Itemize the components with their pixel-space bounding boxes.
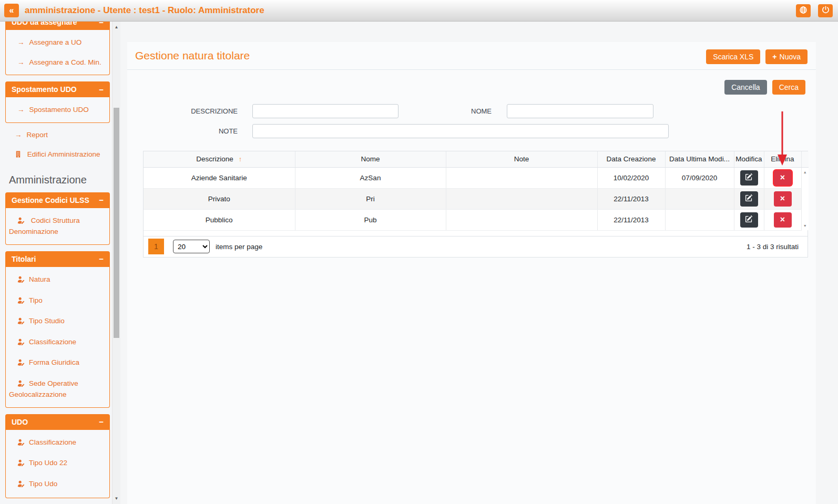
sidebar-item-sede-operative-geolocalizzazione[interactable]: Sede Operative Geolocalizzazione [8,374,107,405]
language-globe-button[interactable] [796,4,811,17]
section-header-udo-da-assegnare[interactable]: UDO da assegnare − [5,22,110,30]
section-header-gestione-codici-ulss[interactable]: Gestione Codici ULSS − [5,192,110,208]
sidebar-item-tipo[interactable]: Tipo [8,291,107,312]
person-edit-icon [17,318,25,326]
cell-nome: Pri [295,188,446,209]
collapse-minus-icon[interactable]: − [99,417,104,426]
person-edit-icon [17,380,25,388]
cell-descrizione: Pubblico [144,209,295,230]
cell-note [446,188,597,209]
modifica-button[interactable] [740,212,758,228]
page-1-button[interactable]: 1 [148,239,164,254]
collapse-minus-icon[interactable]: − [99,85,104,94]
sidebar-group-label: Amministrazione [9,174,110,186]
cell-note [446,209,597,230]
cell-data-creazione: 10/02/2020 [597,167,665,188]
nuova-button[interactable]: +Nuova [765,49,808,64]
column-header-note[interactable]: Note [446,151,597,167]
logout-power-button[interactable] [818,4,833,17]
sidebar-item-label: Classificazione [29,438,76,446]
delete-x-icon: × [780,194,785,203]
column-header-data-creazione[interactable]: Data Creazione [597,151,665,167]
sidebar-section-udo: UDO − Classificazione Tipo Udo 22 Tipo U… [5,414,110,498]
sidebar-item-classificazione[interactable]: Classificazione [8,332,107,353]
collapse-minus-icon[interactable]: − [99,22,104,27]
collapse-minus-icon[interactable]: − [99,254,104,263]
scrollbar-down-icon[interactable]: ▼ [113,496,120,501]
arrow-right-icon: → [17,105,25,115]
sidebar-item-udo-classificazione[interactable]: Classificazione [8,433,107,454]
column-header-descrizione[interactable]: Descrizione↑ [144,151,295,167]
modifica-button[interactable] [740,191,758,207]
table-scrollbar-down-icon[interactable]: ▼ [801,209,809,230]
section-title: Titolari [12,255,36,263]
sidebar-section-titolari: Titolari − Natura Tipo Tipo Studio Class… [5,251,110,408]
note-input[interactable] [252,124,669,138]
sidebar-item-assegnare-a-uo[interactable]: →Assegnare a UO [8,33,107,53]
sidebar-item-label: Assegnare a Cod. Min. [29,58,101,66]
sidebar-collapse-button[interactable]: « [4,4,19,17]
cerca-button[interactable]: Cerca [772,80,805,95]
cell-data-creazione: 22/11/2013 [597,209,665,230]
column-header-label: Descrizione [196,155,233,163]
sidebar-item-assegnare-a-cod-min[interactable]: →Assegnare a Cod. Min. [8,53,107,73]
section-header-udo[interactable]: UDO − [5,414,110,430]
section-title: UDO da assegnare [12,22,77,26]
descrizione-input[interactable] [252,104,398,118]
column-header-data-ultima-modifica[interactable]: Data Ultima Modi... [665,151,734,167]
delete-x-icon: × [780,215,785,224]
cell-note [446,167,597,188]
cancella-button[interactable]: Cancella [724,80,767,95]
table-scrollbar-track[interactable] [801,188,809,209]
sidebar-item-codici-struttura-denominazione[interactable]: Codici Struttura Denominazione [8,211,107,242]
cell-data-ultima-modifica [665,209,734,230]
pager: 1 20 items per page 1 - 3 di 3 risultati [144,236,808,257]
sidebar-item-forma-giuridica[interactable]: Forma Giuridica [8,353,107,374]
content-card: Gestione natura titolare Scarica XLS +Nu… [127,42,816,504]
sidebar-item-label: Natura [29,275,50,283]
cell-descrizione: Privato [144,188,295,209]
globe-icon [799,6,808,16]
cell-data-ultima-modifica: 07/09/2020 [665,167,734,188]
sidebar-scrollbar-thumb[interactable] [114,108,119,338]
edit-pencil-icon [745,215,753,224]
page-size-select[interactable]: 20 [173,240,210,253]
cell-nome: AzSan [295,167,446,188]
scrollbar-up-icon[interactable]: ▲ [113,25,120,29]
person-edit-icon [17,439,25,447]
person-edit-icon [17,297,25,305]
section-header-titolari[interactable]: Titolari − [5,251,110,267]
person-edit-icon [17,218,27,225]
sidebar-item-tipo-udo[interactable]: Tipo Udo [8,474,107,495]
elimina-button[interactable]: × [774,170,792,186]
arrow-right-icon: → [15,130,22,140]
column-header-nome[interactable]: Nome [295,151,446,167]
sidebar-item-tipo-studio[interactable]: Tipo Studio [8,311,107,332]
table-row: Pubblico Pub 22/11/2013 × ▼ [144,209,809,230]
sidebar-item-natura[interactable]: Natura [8,270,107,291]
sidebar-item-spostamento-udo[interactable]: →Spostamento UDO [8,100,107,120]
sidebar: UDO da assegnare − →Assegnare a UO →Asse… [0,22,111,504]
sidebar-item-tipo-udo-22[interactable]: Tipo Udo 22 [8,453,107,474]
sidebar-item-edifici-amministrazione[interactable]: Edifici Amministrazione [5,145,110,166]
nuova-button-label: Nuova [780,53,801,61]
note-label: NOTE [127,127,252,135]
column-header-modifica: Modifica [734,151,764,167]
sidebar-item-report[interactable]: →Report [5,125,110,145]
sidebar-item-label: Classificazione [29,338,76,346]
topbar-actions [796,4,833,17]
app-title: amministrazione - Utente : test1 - Ruolo… [25,5,264,16]
sidebar-item-label: Report [27,131,48,139]
sidebar-scrollbar[interactable]: ▲ ▼ [112,22,120,504]
plus-icon: + [772,53,776,61]
elimina-button[interactable]: × [774,191,792,207]
scarica-xls-button[interactable]: Scarica XLS [706,49,760,64]
section-title: Spostamento UDO [12,85,77,94]
table-scrollbar-up-icon[interactable]: ▲ [801,167,809,188]
section-header-spostamento-udo[interactable]: Spostamento UDO − [5,81,110,97]
elimina-button[interactable]: × [774,212,792,228]
modifica-button[interactable] [740,170,758,186]
nome-input[interactable] [507,104,653,118]
person-edit-icon [17,339,25,347]
collapse-minus-icon[interactable]: − [99,196,104,204]
